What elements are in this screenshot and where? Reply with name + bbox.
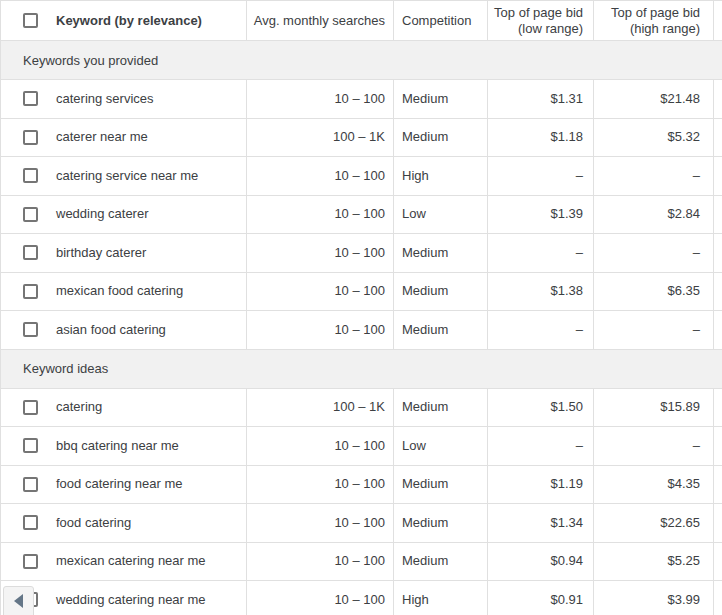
high-bid-cell: $5.25 xyxy=(593,543,713,581)
keyword-cell: catering services xyxy=(1,80,246,118)
searches-cell: 10 – 100 xyxy=(246,581,393,615)
header-cell-keyword[interactable]: Keyword (by relevance) xyxy=(1,1,246,40)
keyword-cell: wedding caterer xyxy=(1,196,246,234)
row-checkbox[interactable] xyxy=(23,91,38,106)
keyword-label: wedding caterer xyxy=(56,206,149,222)
competition-cell: Medium xyxy=(393,234,487,272)
competition-cell: Medium xyxy=(393,543,487,581)
low-bid-cell: $1.50 xyxy=(487,389,593,427)
keyword-label: catering service near me xyxy=(56,168,198,184)
table-row[interactable]: bbq catering near me 10 – 100 Low – – xyxy=(1,427,722,466)
competition-cell: Medium xyxy=(393,80,487,118)
low-bid-cell: – xyxy=(487,234,593,272)
low-bid-cell: – xyxy=(487,157,593,195)
row-checkbox[interactable] xyxy=(23,554,38,569)
table-row[interactable]: catering 100 – 1K Medium $1.50 $15.89 xyxy=(1,389,722,428)
keyword-label: caterer near me xyxy=(56,129,148,145)
keyword-cell: caterer near me xyxy=(1,119,246,157)
row-checkbox[interactable] xyxy=(23,477,38,492)
keyword-label: bbq catering near me xyxy=(56,438,179,454)
table-body: Keywords you provided catering services … xyxy=(1,41,722,615)
table-row[interactable]: wedding caterer 10 – 100 Low $1.39 $2.84 xyxy=(1,196,722,235)
keyword-cell: food catering near me xyxy=(1,466,246,504)
searches-cell: 10 – 100 xyxy=(246,311,393,349)
row-checkbox[interactable] xyxy=(23,245,38,260)
section-header: Keywords you provided xyxy=(1,41,722,80)
overflow-cell xyxy=(713,119,722,157)
row-checkbox[interactable] xyxy=(23,284,38,299)
low-bid-cell: $1.18 xyxy=(487,119,593,157)
row-checkbox[interactable] xyxy=(23,168,38,183)
row-checkbox[interactable] xyxy=(23,207,38,222)
left-triangle-icon xyxy=(14,594,23,608)
competition-cell: Medium xyxy=(393,119,487,157)
table-row[interactable]: mexican catering near me 10 – 100 Medium… xyxy=(1,543,722,582)
low-bid-cell: $1.38 xyxy=(487,273,593,311)
table-row[interactable]: catering services 10 – 100 Medium $1.31 … xyxy=(1,80,722,119)
table-row[interactable]: birthday caterer 10 – 100 Medium – – xyxy=(1,234,722,273)
table-row[interactable]: asian food catering 10 – 100 Medium – – xyxy=(1,311,722,350)
low-bid-cell: $1.19 xyxy=(487,466,593,504)
high-bid-cell: $22.65 xyxy=(593,504,713,542)
row-checkbox[interactable] xyxy=(23,400,38,415)
header-cell-overflow xyxy=(713,1,722,40)
searches-cell: 10 – 100 xyxy=(246,234,393,272)
section-header-label: Keywords you provided xyxy=(23,53,158,68)
low-bid-cell: $1.34 xyxy=(487,504,593,542)
overflow-cell xyxy=(713,466,722,504)
overflow-cell xyxy=(713,504,722,542)
table-header-row: Keyword (by relevance) Avg. monthly sear… xyxy=(1,1,722,41)
scroll-left-button[interactable] xyxy=(3,586,34,615)
header-cell-low-bid[interactable]: Top of page bid (low range) xyxy=(487,1,593,40)
keyword-cell: catering service near me xyxy=(1,157,246,195)
searches-cell: 100 – 1K xyxy=(246,389,393,427)
competition-cell: Medium xyxy=(393,311,487,349)
table-row[interactable]: catering service near me 10 – 100 High –… xyxy=(1,157,722,196)
searches-cell: 10 – 100 xyxy=(246,427,393,465)
searches-cell: 10 – 100 xyxy=(246,80,393,118)
header-cell-competition[interactable]: Competition xyxy=(393,1,487,40)
keyword-label: catering services xyxy=(56,91,154,107)
high-bid-cell: – xyxy=(593,427,713,465)
select-all-checkbox[interactable] xyxy=(23,13,38,28)
header-cell-searches[interactable]: Avg. monthly searches xyxy=(246,1,393,40)
keyword-cell: mexican food catering xyxy=(1,273,246,311)
keyword-cell: birthday caterer xyxy=(1,234,246,272)
keyword-label: wedding catering near me xyxy=(56,592,206,608)
searches-cell: 10 – 100 xyxy=(246,504,393,542)
competition-cell: Low xyxy=(393,196,487,234)
table-row[interactable]: mexican food catering 10 – 100 Medium $1… xyxy=(1,273,722,312)
table-row[interactable]: food catering 10 – 100 Medium $1.34 $22.… xyxy=(1,504,722,543)
overflow-cell xyxy=(713,157,722,195)
overflow-cell xyxy=(713,196,722,234)
high-bid-cell: – xyxy=(593,234,713,272)
high-bid-cell: $15.89 xyxy=(593,389,713,427)
high-bid-cell: $6.35 xyxy=(593,273,713,311)
searches-cell: 10 – 100 xyxy=(246,196,393,234)
row-checkbox[interactable] xyxy=(23,438,38,453)
keyword-label: food catering xyxy=(56,515,131,531)
keyword-cell: catering xyxy=(1,389,246,427)
low-bid-cell: $0.94 xyxy=(487,543,593,581)
header-cell-high-bid[interactable]: Top of page bid (high range) xyxy=(593,1,713,40)
competition-cell: High xyxy=(393,581,487,615)
keyword-label: asian food catering xyxy=(56,322,166,338)
table-row[interactable]: food catering near me 10 – 100 Medium $1… xyxy=(1,466,722,505)
competition-cell: Medium xyxy=(393,466,487,504)
row-checkbox[interactable] xyxy=(23,130,38,145)
competition-cell: Medium xyxy=(393,389,487,427)
row-checkbox[interactable] xyxy=(23,515,38,530)
low-bid-cell: – xyxy=(487,427,593,465)
competition-cell: Medium xyxy=(393,273,487,311)
overflow-cell xyxy=(713,543,722,581)
overflow-cell xyxy=(713,234,722,272)
overflow-cell xyxy=(713,273,722,311)
competition-cell: Medium xyxy=(393,504,487,542)
searches-cell: 10 – 100 xyxy=(246,273,393,311)
row-checkbox[interactable] xyxy=(23,322,38,337)
table-row[interactable]: caterer near me 100 – 1K Medium $1.18 $5… xyxy=(1,119,722,158)
high-bid-cell: $4.35 xyxy=(593,466,713,504)
table-row[interactable]: wedding catering near me 10 – 100 High $… xyxy=(1,581,722,615)
overflow-cell xyxy=(713,581,722,615)
low-bid-cell: $1.31 xyxy=(487,80,593,118)
